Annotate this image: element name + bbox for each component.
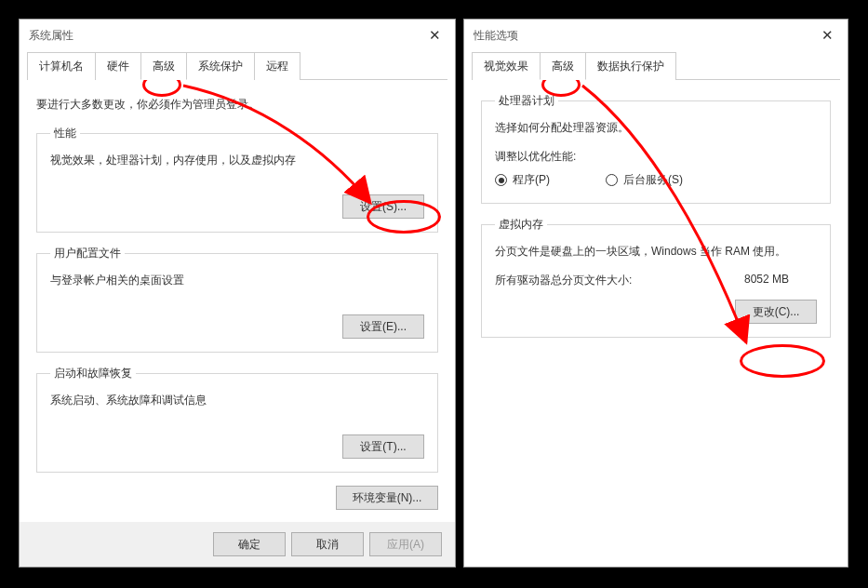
system-properties-dialog: 系统属性 ✕ 计算机名 硬件 高级 系统保护 远程 要进行大多数更改，你必须作为… <box>19 19 456 568</box>
tab-remote[interactable]: 远程 <box>254 52 300 80</box>
user-profiles-group: 用户配置文件 与登录帐户相关的桌面设置 设置(E)... <box>36 246 438 353</box>
advanced-pane: 处理器计划 选择如何分配处理器资源。 调整以优化性能: 程序(P) 后台服务(S… <box>464 80 848 567</box>
user-profiles-desc: 与登录帐户相关的桌面设置 <box>50 273 424 288</box>
tab-row: 视觉效果 高级 数据执行保护 <box>472 51 840 80</box>
vm-total-value: 8052 MB <box>744 273 789 288</box>
performance-options-dialog: 性能选项 ✕ 视觉效果 高级 数据执行保护 处理器计划 选择如何分配处理器资源。… <box>463 19 848 568</box>
user-profiles-settings-button[interactable]: 设置(E)... <box>342 314 424 339</box>
radio-background-services[interactable]: 后台服务(S) <box>606 172 683 188</box>
virtual-memory-group: 虚拟内存 分页文件是硬盘上的一块区域，Windows 当作 RAM 使用。 所有… <box>481 217 831 338</box>
radio-programs-label: 程序(P) <box>513 172 550 188</box>
user-profiles-legend: 用户配置文件 <box>50 246 125 261</box>
performance-desc: 视觉效果，处理器计划，内存使用，以及虚拟内存 <box>50 153 424 168</box>
virtual-memory-legend: 虚拟内存 <box>495 217 547 233</box>
tab-system-protection[interactable]: 系统保护 <box>186 52 255 80</box>
cancel-button[interactable]: 取消 <box>291 532 364 556</box>
radio-services-label: 后台服务(S) <box>623 172 683 188</box>
tab-hardware[interactable]: 硬件 <box>95 52 141 80</box>
processor-scheduling-group: 处理器计划 选择如何分配处理器资源。 调整以优化性能: 程序(P) 后台服务(S… <box>481 93 831 204</box>
radio-programs[interactable]: 程序(P) <box>495 172 550 188</box>
performance-group: 性能 视觉效果，处理器计划，内存使用，以及虚拟内存 设置(S)... <box>36 126 438 233</box>
tab-advanced[interactable]: 高级 <box>140 52 187 80</box>
startup-recovery-legend: 启动和故障恢复 <box>50 366 136 381</box>
radio-icon <box>606 174 618 186</box>
tab-computer-name[interactable]: 计算机名 <box>27 52 96 80</box>
tab-dep[interactable]: 数据执行保护 <box>585 52 676 80</box>
apply-button[interactable]: 应用(A) <box>369 532 442 556</box>
processor-scheduling-legend: 处理器计划 <box>495 93 558 109</box>
tab-row: 计算机名 硬件 高级 系统保护 远程 <box>27 51 447 80</box>
performance-legend: 性能 <box>50 126 80 141</box>
performance-settings-button[interactable]: 设置(S)... <box>342 194 424 219</box>
titlebar: 系统属性 ✕ <box>20 20 455 51</box>
startup-recovery-settings-button[interactable]: 设置(T)... <box>342 434 424 459</box>
tab-advanced[interactable]: 高级 <box>540 52 586 80</box>
dialog-footer: 确定 取消 应用(A) <box>20 522 455 567</box>
virtual-memory-change-button[interactable]: 更改(C)... <box>735 300 817 324</box>
close-icon[interactable]: ✕ <box>423 24 446 47</box>
environment-variables-button[interactable]: 环境变量(N)... <box>336 486 438 510</box>
virtual-memory-desc: 分页文件是硬盘上的一块区域，Windows 当作 RAM 使用。 <box>495 244 817 260</box>
dialog-title: 系统属性 <box>29 28 73 44</box>
dialog-title: 性能选项 <box>474 28 518 44</box>
radio-icon <box>495 174 507 186</box>
vm-total-label: 所有驱动器总分页文件大小: <box>495 273 632 288</box>
ok-button[interactable]: 确定 <box>213 532 286 556</box>
admin-hint: 要进行大多数更改，你必须作为管理员登录。 <box>36 97 438 113</box>
close-icon[interactable]: ✕ <box>816 24 838 47</box>
titlebar: 性能选项 ✕ <box>464 20 848 51</box>
tab-visual-effects[interactable]: 视觉效果 <box>472 52 541 80</box>
adjust-label: 调整以优化性能: <box>495 149 817 165</box>
startup-recovery-desc: 系统启动、系统故障和调试信息 <box>50 393 424 408</box>
startup-recovery-group: 启动和故障恢复 系统启动、系统故障和调试信息 设置(T)... <box>36 366 438 473</box>
advanced-pane: 要进行大多数更改，你必须作为管理员登录。 性能 视觉效果，处理器计划，内存使用，… <box>20 80 455 522</box>
processor-scheduling-desc: 选择如何分配处理器资源。 <box>495 120 817 136</box>
